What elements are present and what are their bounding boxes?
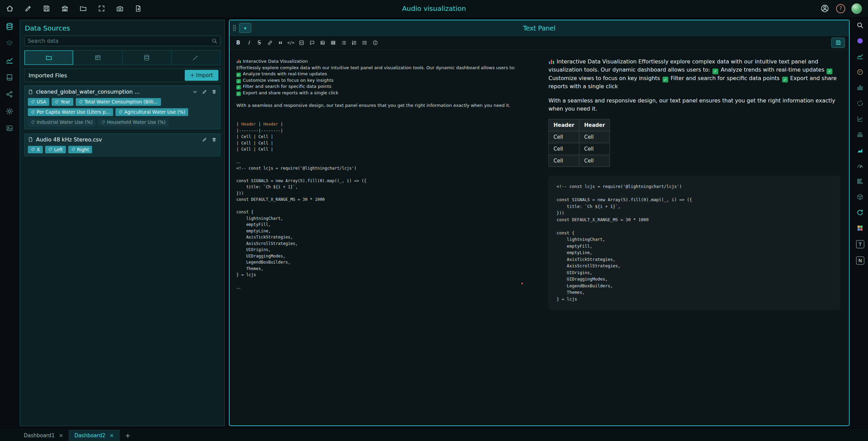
add-axes-chart-button[interactable] — [856, 115, 864, 123]
md-paragraph-line: With a seamless and responsive design, o… — [236, 102, 532, 109]
theme-button[interactable] — [856, 37, 864, 45]
edit-file-button[interactable] — [202, 89, 207, 94]
insert-table-button[interactable] — [328, 38, 338, 47]
field-chip[interactable]: Total Water Consumption (Billi... — [76, 98, 161, 106]
save-project-button[interactable] — [41, 3, 52, 14]
tab-databases[interactable] — [123, 51, 171, 65]
account-button[interactable] — [820, 3, 830, 14]
fullscreen-button[interactable] — [96, 3, 107, 14]
delete-file-button[interactable] — [212, 137, 217, 142]
delete-file-button[interactable] — [212, 89, 217, 94]
tab-imported-files[interactable] — [24, 51, 73, 65]
collapse-file-button[interactable] — [192, 89, 198, 95]
add-note-panel-button[interactable]: N — [856, 256, 864, 265]
app-root: Audio visualization ? — [0, 0, 868, 441]
blank-line — [236, 109, 532, 115]
field-chip[interactable]: Year — [52, 98, 73, 106]
dashboard-tab[interactable]: Dashboard1 × — [18, 430, 69, 441]
inline-code-button[interactable]: </> — [286, 38, 295, 47]
italic-button[interactable]: I — [244, 38, 253, 47]
sidebar-item-charts[interactable] — [5, 56, 14, 64]
save-text-button[interactable] — [831, 38, 845, 48]
code-line: Themes, — [557, 289, 832, 296]
field-chip[interactable]: Per Capita Water Use (Liters p... — [28, 108, 113, 116]
close-tab-icon[interactable]: × — [59, 432, 63, 439]
add-heatmap-button[interactable] — [856, 225, 864, 232]
ordered-list-button[interactable] — [349, 38, 359, 47]
field-chip-list: USA Year Total Water Consumption (Billi.… — [28, 98, 217, 126]
add-line-chart-button[interactable] — [856, 53, 864, 60]
add-text-panel-button[interactable]: T — [856, 240, 864, 248]
add-combo-chart-button[interactable] — [856, 131, 864, 138]
task-list-button[interactable] — [360, 38, 369, 47]
sidebar-item-layers[interactable] — [5, 39, 14, 47]
add-dashboard-button[interactable]: + — [120, 430, 136, 441]
avatar[interactable] — [851, 3, 862, 14]
bullet-list-button[interactable] — [339, 38, 348, 47]
add-donut-chart-button[interactable] — [856, 100, 864, 107]
help-button[interactable]: ? — [836, 4, 845, 13]
tab-tables[interactable] — [73, 51, 122, 65]
panel-menu-button[interactable]: ▾ — [239, 23, 251, 33]
code-block-button[interactable] — [297, 38, 306, 47]
table-cell: Cell — [549, 155, 579, 167]
field-chip[interactable]: Left — [45, 146, 66, 154]
field-chip[interactable]: Agricultural Water Use (%) — [115, 108, 188, 116]
code-line: const { — [557, 230, 832, 236]
field-chip[interactable]: Household Water Use (%) — [98, 118, 169, 126]
sidebar-item-gallery[interactable] — [5, 124, 14, 132]
export-button[interactable] — [133, 3, 143, 14]
data-sources-title: Data Sources — [20, 20, 224, 35]
imported-files-header: Imported Files + Import — [24, 69, 220, 82]
quote-button[interactable] — [276, 38, 285, 47]
tab-generators[interactable] — [171, 51, 220, 65]
edit-file-button[interactable] — [202, 137, 207, 142]
dashboard-tab[interactable]: Dashboard2 × — [69, 430, 120, 441]
library-button[interactable] — [60, 3, 70, 14]
import-button[interactable]: + Import — [185, 70, 218, 81]
drag-handle-icon[interactable] — [233, 24, 236, 32]
add-bar-chart-button[interactable] — [856, 178, 864, 185]
add-gauge-chart-button[interactable] — [856, 162, 864, 170]
info-button[interactable] — [370, 38, 380, 47]
imported-file-list: cleaned_global_water_consumption ... — [20, 82, 224, 160]
bold-button[interactable]: B — [234, 38, 243, 47]
field-chip[interactable]: USA — [28, 98, 49, 106]
refresh-button[interactable] — [856, 209, 864, 216]
sidebar-item-share[interactable] — [5, 90, 14, 98]
md-code-line: LegendBoxBuilders, — [236, 259, 532, 266]
field-chip[interactable]: Industrial Water Use (%) — [28, 118, 96, 126]
home-button[interactable] — [5, 3, 15, 14]
md-code-line: AxisTickStrategies, — [236, 234, 532, 241]
link-button[interactable] — [265, 38, 274, 47]
data-source-tabs — [24, 50, 220, 65]
search-input[interactable] — [24, 36, 220, 46]
dashboard-tab-bar: Dashboard1 × Dashboard2 × + — [0, 429, 868, 441]
search-panels-button[interactable] — [856, 22, 864, 29]
strikethrough-button[interactable]: S — [255, 38, 264, 47]
open-folder-button[interactable] — [78, 3, 88, 14]
sidebar-item-data-sources[interactable] — [5, 22, 14, 31]
sidebar-item-notebook[interactable] — [5, 73, 14, 81]
screenshot-button[interactable] — [115, 3, 125, 14]
comment-button[interactable] — [307, 38, 317, 47]
md-code-line — [236, 203, 532, 209]
add-area-chart-button[interactable] — [856, 147, 864, 154]
design-button[interactable] — [23, 3, 33, 14]
close-tab-icon[interactable]: × — [109, 432, 114, 439]
sidebar-item-settings[interactable] — [5, 107, 14, 115]
search-icon — [856, 22, 864, 29]
bar-chart-icon — [856, 178, 864, 185]
markdown-preview: Interactive Data Visualization Effortles… — [539, 50, 849, 425]
markdown-source-editor[interactable]: Interactive Data Visualization Effortles… — [230, 50, 539, 425]
table-row: CellCell — [549, 131, 610, 143]
palette-button[interactable] — [856, 69, 864, 76]
field-chip[interactable]: X — [28, 146, 43, 154]
add-column-chart-button[interactable] — [856, 84, 864, 92]
add-3d-chart-button[interactable] — [856, 193, 864, 201]
insert-image-button[interactable] — [318, 38, 327, 47]
code-line: })) — [557, 210, 832, 216]
field-chip[interactable]: Right — [68, 146, 92, 154]
file-card: Audio 48 kHz Stereo.csv — [24, 133, 220, 157]
info-icon — [373, 40, 378, 45]
